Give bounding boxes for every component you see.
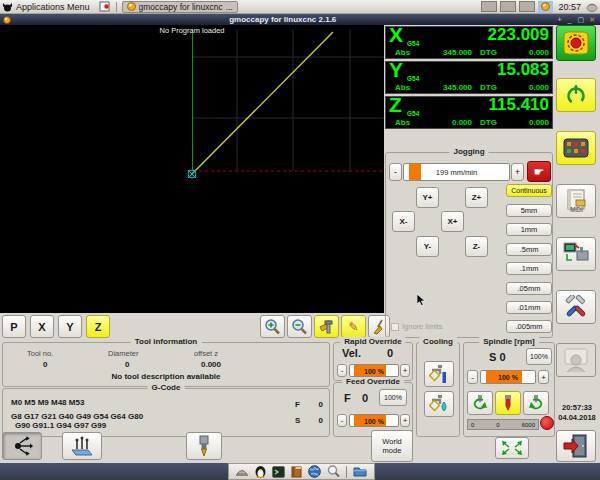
tray-gmoccapy-icon[interactable]: [538, 1, 553, 13]
settings-button[interactable]: [556, 290, 596, 324]
increment-05mm-button[interactable]: .5mm: [506, 243, 552, 256]
trackpad-icon[interactable]: [235, 466, 249, 477]
world-mode-button[interactable]: World mode: [371, 430, 413, 462]
dro-z-value: 115.410: [488, 95, 549, 115]
feed-f-value: 0: [362, 392, 368, 404]
view-x-button[interactable]: X: [30, 315, 54, 338]
increment-continuous-button[interactable]: Continuous: [506, 184, 552, 197]
spindle-minus-button[interactable]: -: [467, 370, 478, 384]
jog-speed-minus-button[interactable]: -: [389, 163, 402, 181]
estop-button[interactable]: [556, 25, 596, 61]
spindle-title: Spindle [rpm]: [479, 337, 539, 346]
tool-change-button[interactable]: [186, 432, 222, 460]
launcher-icon[interactable]: [99, 1, 111, 12]
dro-axis-y[interactable]: Y G54 15.083 Abs 345.000 DTG 0.000: [385, 61, 553, 94]
rapid-override-title: Rapid Override: [340, 337, 405, 346]
active-gcodes-line2: G90 G91.1 G94 G97 G99: [15, 421, 106, 430]
jog-y-plus-button[interactable]: Y+: [416, 187, 439, 208]
maximize-button[interactable]: ▢: [575, 16, 588, 24]
manual-mode-icon: [11, 436, 33, 456]
gremlin-preview[interactable]: No Program loaded: [0, 25, 384, 313]
spindle-plus-button[interactable]: +: [538, 370, 549, 384]
dro-z-system: G54: [407, 110, 419, 117]
increment-01mm-button[interactable]: .1mm: [506, 262, 552, 275]
jog-z-plus-button[interactable]: Z+: [465, 187, 488, 208]
machine-on-button[interactable]: [556, 78, 596, 112]
applications-menu-button[interactable]: Applications Menu: [16, 2, 90, 12]
workspace-3[interactable]: [519, 1, 535, 12]
increment-005mm-button[interactable]: .05mm: [506, 282, 552, 295]
workspace-2[interactable]: [500, 1, 516, 12]
show-hal-settings-button[interactable]: [556, 131, 596, 165]
gcode-title: G-Code: [148, 383, 185, 392]
touch-off-button[interactable]: [62, 432, 102, 460]
exit-button[interactable]: [556, 430, 596, 462]
back-to-app-button[interactable]: [556, 237, 596, 271]
increment-5mm-button[interactable]: 5mm: [506, 204, 552, 217]
rapid-plus-button[interactable]: +: [400, 364, 410, 377]
clock-time: 20:57:33: [554, 403, 600, 413]
increment-1mm-button[interactable]: 1mm: [506, 223, 552, 236]
jog-y-minus-button[interactable]: Y-: [416, 236, 439, 257]
spindle-stop-button[interactable]: [495, 391, 521, 415]
ignore-limits-checkbox[interactable]: Ignore limits: [391, 322, 442, 331]
window-list-button[interactable]: gmoccapy for linuxcnc ...: [122, 1, 238, 13]
feed-plus-button[interactable]: +: [400, 414, 410, 427]
view-z-button[interactable]: Z: [86, 315, 110, 338]
mdi-notebook-icon: MDI: [564, 189, 588, 213]
spindle-override-slider[interactable]: 100 %: [480, 370, 536, 384]
zoom-in-button[interactable]: [260, 315, 285, 338]
view-p-button[interactable]: P: [2, 315, 26, 338]
feed-override-title: Feed Override: [342, 377, 404, 386]
feed-minus-button[interactable]: -: [337, 414, 347, 427]
user-settings-button[interactable]: [556, 343, 596, 377]
rapid-minus-label: -: [341, 366, 344, 375]
tool-settings-button[interactable]: [314, 315, 339, 338]
jog-z-minus-button[interactable]: Z-: [465, 236, 488, 257]
zoom-out-button[interactable]: [287, 315, 312, 338]
edit-offsets-button[interactable]: ✎: [341, 315, 366, 338]
increment-0005mm-button[interactable]: .005mm: [506, 320, 552, 333]
increment-001mm-button[interactable]: .01mm: [506, 301, 552, 314]
keypad-icon: [563, 137, 589, 159]
jog-speed-slider[interactable]: 199 mm/min: [403, 163, 510, 181]
hand-jog-button[interactable]: ☛: [527, 161, 551, 182]
manual-mode-button[interactable]: [2, 432, 42, 460]
workspace-1[interactable]: [481, 1, 497, 12]
rapid-override-slider[interactable]: 100 %: [349, 364, 399, 377]
window-titlebar[interactable]: gmoccapy for linuxcnc 2.1.6 + _ ▢ ✕: [0, 14, 600, 25]
estop-icon: [563, 31, 589, 55]
spindle-reset-button[interactable]: 100%: [526, 348, 552, 365]
feed-reset-button[interactable]: 100%: [379, 389, 407, 406]
fullscreen-button[interactable]: [495, 437, 529, 459]
rapid-slider-value: 100 %: [350, 367, 398, 374]
jog-x-plus-button[interactable]: X+: [441, 211, 464, 232]
fullscreen-icon: [501, 441, 523, 455]
globe-icon[interactable]: [308, 465, 321, 478]
close-button[interactable]: ✕: [587, 16, 597, 24]
minimize-button[interactable]: _: [565, 16, 575, 23]
dro-axis-z[interactable]: Z G54 115.410 Abs 0.000 DTG 0.000: [385, 96, 553, 129]
jog-speed-plus-button[interactable]: +: [511, 163, 524, 181]
feed-override-slider[interactable]: 100 %: [349, 414, 399, 427]
spindle-cw-button[interactable]: [523, 391, 549, 415]
dro-x-letter: X: [389, 23, 403, 47]
dro-y-abs-label: Abs: [395, 83, 410, 92]
flood-coolant-button[interactable]: [424, 361, 454, 387]
rapid-minus-button[interactable]: -: [337, 364, 347, 377]
spindle-ccw-button[interactable]: [467, 391, 493, 415]
view-y-button[interactable]: Y: [58, 315, 82, 338]
jog-x-minus-button[interactable]: X-: [392, 211, 415, 232]
tux-icon[interactable]: [255, 465, 266, 478]
dro-axis-x[interactable]: X G54 223.009 Abs 345.000 DTG 0.000: [385, 26, 553, 59]
dro-z-abs-label: Abs: [395, 118, 410, 127]
book-icon[interactable]: [291, 466, 302, 478]
folder-icon[interactable]: [353, 466, 367, 477]
shade-button[interactable]: +: [555, 16, 565, 23]
terminal-icon[interactable]: [272, 466, 285, 478]
tray-icon[interactable]: [586, 2, 598, 12]
mist-coolant-button[interactable]: [424, 391, 454, 417]
mdi-button[interactable]: MDI MDI: [556, 184, 596, 218]
search-icon[interactable]: [327, 465, 340, 478]
jog-x-plus-label: X+: [447, 217, 457, 226]
